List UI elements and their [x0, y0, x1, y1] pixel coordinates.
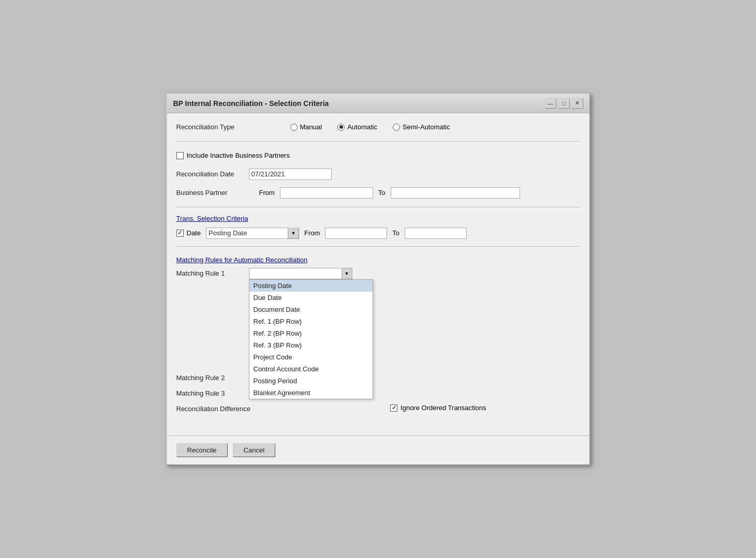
date-label: Date [187, 229, 201, 237]
date-checkbox[interactable]: Date [176, 229, 201, 237]
radio-automatic-label: Automatic [347, 123, 377, 131]
main-dialog: BP Internal Reconciliation - Selection C… [166, 93, 590, 465]
date-from-label: From [304, 229, 320, 237]
business-partner-from-input[interactable] [280, 187, 373, 199]
radio-automatic-circle[interactable] [337, 124, 345, 131]
dropdown-item-posting-date[interactable]: Posting Date [249, 280, 373, 292]
matching-rule1-label: Matching Rule 1 [176, 268, 244, 277]
dialog-content: Reconciliation Type Manual Automatic Sem… [167, 113, 589, 435]
separator-1 [176, 141, 580, 142]
dropdown-item-due-date[interactable]: Due Date [249, 292, 373, 304]
radio-semi-automatic[interactable]: Semi-Automatic [393, 123, 450, 131]
separator-3 [176, 246, 580, 247]
minimize-button[interactable]: — [545, 98, 556, 109]
dialog-title: BP Internal Reconciliation - Selection C… [173, 99, 329, 108]
dropdown-item-posting-period[interactable]: Posting Period [249, 375, 373, 387]
business-partner-to-input[interactable] [391, 187, 520, 199]
radio-semi-automatic-label: Semi-Automatic [403, 123, 450, 131]
date-from-input[interactable] [325, 228, 387, 239]
trans-selection-section: Trans. Selection Criteria [176, 215, 580, 222]
trans-selection-title[interactable]: Trans. Selection Criteria [176, 215, 248, 222]
include-inactive-row: Include Inactive Business Partners [176, 149, 580, 162]
reconciliation-type-label: Reconciliation Type [176, 123, 244, 131]
date-type-select[interactable]: Posting Date Due Date Document Date [206, 228, 299, 239]
recon-diff-label: Reconciliation Difference [176, 403, 251, 413]
date-to-label: To [392, 229, 399, 237]
separator-2 [176, 207, 580, 207]
matching-rule1-dropdown-container: ▼ Posting Date Due Date Document Date Re… [249, 268, 352, 279]
matching-rules-section: Matching Rules for Automatic Reconciliat… [176, 256, 580, 417]
dropdown-item-blanket-agreement[interactable]: Blanket Agreement [249, 387, 373, 399]
radio-manual-label: Manual [300, 123, 322, 131]
radio-group: Manual Automatic Semi-Automatic [290, 123, 450, 131]
matching-rule2-label: Matching Rule 2 [176, 372, 244, 382]
matching-rule1-row: Matching Rule 1 ▼ Posting Date Due Date … [176, 268, 580, 279]
radio-manual[interactable]: Manual [290, 123, 322, 131]
reconcile-button[interactable]: Reconcile [176, 443, 228, 457]
include-inactive-checkbox[interactable]: Include Inactive Business Partners [176, 152, 290, 159]
reconciliation-date-label: Reconciliation Date [176, 170, 244, 178]
radio-automatic[interactable]: Automatic [337, 123, 377, 131]
business-partner-to-label: To [378, 189, 386, 197]
title-bar-buttons: — □ ✕ [545, 98, 583, 109]
dropdown-item-ref3[interactable]: Ref. 3 (BP Row) [249, 339, 373, 351]
include-inactive-box[interactable] [176, 152, 184, 159]
matching-rule1-arrow-icon[interactable]: ▼ [342, 268, 352, 279]
ignore-ordered-group: Ignore Ordered Transactions [390, 404, 486, 412]
radio-manual-circle[interactable] [290, 124, 298, 131]
date-type-select-wrapper: Posting Date Due Date Document Date ▼ [206, 228, 299, 239]
reconciliation-date-row: Reconciliation Date [176, 168, 580, 181]
ignore-ordered-label: Ignore Ordered Transactions [401, 404, 486, 412]
matching-rule1-dropdown-list: Posting Date Due Date Document Date Ref.… [249, 279, 373, 399]
matching-rule1-trigger[interactable]: ▼ [249, 268, 352, 279]
radio-semi-automatic-circle[interactable] [393, 124, 400, 131]
matching-rules-title[interactable]: Matching Rules for Automatic Reconciliat… [176, 256, 580, 264]
business-partner-label: Business Partner [176, 189, 244, 197]
ignore-ordered-box[interactable] [390, 404, 397, 412]
reconciliation-type-row: Reconciliation Type Manual Automatic Sem… [176, 120, 580, 134]
recon-diff-row: Reconciliation Difference Ignore Ordered… [176, 403, 580, 413]
dropdown-item-document-date[interactable]: Document Date [249, 304, 373, 315]
business-partner-from-label: From [259, 189, 275, 197]
dropdown-item-project-code[interactable]: Project Code [249, 351, 373, 363]
dropdown-item-ref2[interactable]: Ref. 2 (BP Row) [249, 327, 373, 339]
dropdown-item-control-account[interactable]: Control Account Code [249, 363, 373, 375]
date-checkbox-box[interactable] [176, 230, 184, 237]
matching-rule3-row: Matching Rule 3 ▼ [176, 388, 580, 399]
cancel-button[interactable]: Cancel [233, 443, 275, 457]
dropdown-item-ref1[interactable]: Ref. 1 (BP Row) [249, 315, 373, 327]
date-to-input[interactable] [405, 228, 467, 239]
include-inactive-label: Include Inactive Business Partners [187, 152, 290, 159]
matching-rule2-row: Matching Rule 2 ▼ [176, 372, 580, 384]
matching-rule3-label: Matching Rule 3 [176, 388, 244, 397]
close-button[interactable]: ✕ [572, 98, 583, 109]
maximize-button[interactable]: □ [558, 98, 570, 109]
trans-selection-row: Date Posting Date Due Date Document Date… [176, 228, 580, 239]
dialog-footer: Reconcile Cancel [167, 435, 589, 464]
business-partner-row: Business Partner From To [176, 186, 580, 200]
title-bar: BP Internal Reconciliation - Selection C… [167, 94, 589, 113]
ignore-ordered-checkbox[interactable]: Ignore Ordered Transactions [390, 404, 486, 412]
reconciliation-date-input[interactable] [249, 169, 332, 180]
